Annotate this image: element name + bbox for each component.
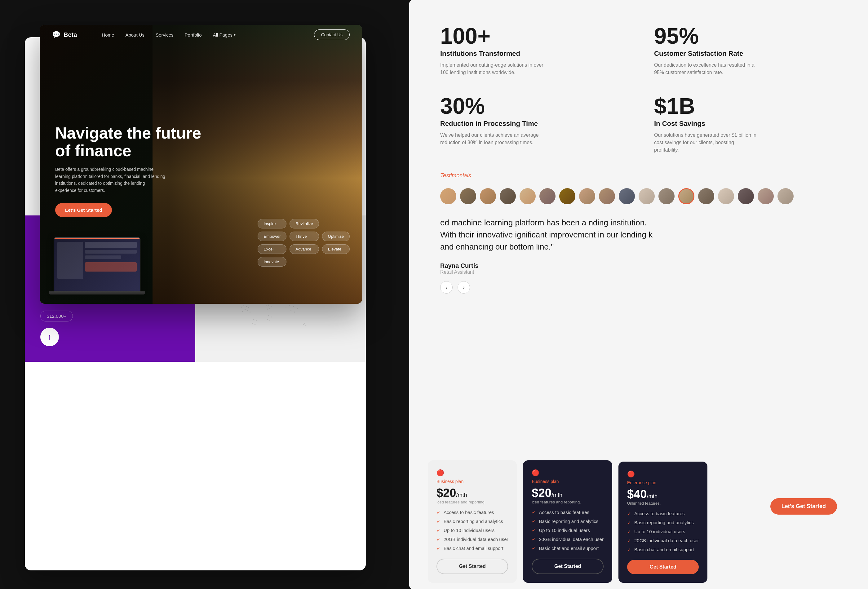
pricing-name-basic: Business plan <box>437 479 508 484</box>
testimonial-block: ed machine learning platform has been a … <box>409 217 868 294</box>
avatar[interactable] <box>520 188 536 204</box>
hero-content: Navigate the future of finance Beta offe… <box>55 124 210 217</box>
avatar[interactable] <box>778 188 794 204</box>
svg-rect-10 <box>271 306 272 307</box>
svg-rect-13 <box>268 315 269 316</box>
avatar[interactable] <box>678 188 694 204</box>
pricing-icon-basic: 🔴 <box>437 469 508 477</box>
svg-rect-20 <box>297 308 298 309</box>
nav-portfolio[interactable]: Portfolio <box>185 32 202 37</box>
avatar[interactable] <box>539 188 555 204</box>
hero-nav: 💬 Beta Home About Us Services Portfolio … <box>40 25 362 45</box>
feature-item: ✓ 20GB individual data each user <box>627 537 699 543</box>
pricing-desc-basic: iced features and reporting. <box>437 500 508 504</box>
avatar[interactable] <box>698 188 714 204</box>
svg-rect-11 <box>269 308 270 309</box>
nav-about[interactable]: About Us <box>125 32 145 37</box>
avatar[interactable] <box>599 188 615 204</box>
tag-empower: Empower <box>258 232 286 241</box>
avatar[interactable] <box>559 188 575 204</box>
nav-home[interactable]: Home <box>102 32 114 37</box>
feature-item: ✓ Access to basic features <box>627 511 699 517</box>
back-card: 100+ Institutions Transformed Implemente… <box>409 0 868 589</box>
svg-rect-17 <box>285 307 286 307</box>
stat-desc-4: Our solutions have generated over $1 bil… <box>654 131 760 154</box>
get-started-basic-button[interactable]: Get Started <box>437 559 508 574</box>
laptop-screen <box>54 237 140 291</box>
logo-icon: 💬 <box>52 31 61 39</box>
nav-all-pages[interactable]: All Pages ▾ <box>213 32 236 37</box>
stat-label-2: Customer Satisfaction Rate <box>654 50 843 58</box>
svg-rect-16 <box>267 319 268 320</box>
avatar[interactable] <box>718 188 734 204</box>
avatar[interactable] <box>440 188 456 204</box>
next-arrow-button[interactable]: › <box>458 281 470 294</box>
world-map-svg <box>211 297 350 346</box>
prev-arrow-button[interactable]: ‹ <box>440 281 453 294</box>
get-started-business-button[interactable]: Get Started <box>531 559 603 574</box>
pricing-card-business: 🔴 Business plan $20/mth iced features an… <box>523 461 612 583</box>
tag-excel: Excel <box>258 244 286 254</box>
avatar[interactable] <box>758 188 774 204</box>
feature-item: ✓ Basic reporting and analytics <box>531 518 603 524</box>
stat-satisfaction: 95% Customer Satisfaction Rate Our dedic… <box>654 25 843 76</box>
svg-rect-25 <box>304 323 305 324</box>
avatar[interactable] <box>619 188 635 204</box>
get-started-enterprise-button[interactable]: Get Started <box>627 560 699 574</box>
testimonial-role: Retail Assistant <box>440 269 837 275</box>
avatar[interactable] <box>658 188 675 204</box>
svg-rect-3 <box>248 307 249 308</box>
pricing-icon-business: 🔴 <box>531 469 603 477</box>
tag-pills-container: Inspire Revitalize Empower Thrive Optimi… <box>258 219 350 267</box>
svg-rect-0 <box>241 307 242 307</box>
feature-list-basic: ✓ Access to basic features ✓ Basic repor… <box>437 509 508 551</box>
laptop-screen-content <box>54 239 140 282</box>
svg-rect-2 <box>246 306 247 307</box>
svg-rect-18 <box>289 306 290 306</box>
pricing-icon-enterprise: 🔴 <box>627 470 699 478</box>
svg-rect-28 <box>254 324 255 325</box>
avatar[interactable] <box>639 188 655 204</box>
stat-desc-3: We've helped our clients achieve an aver… <box>440 131 546 146</box>
avatar[interactable] <box>738 188 754 204</box>
avatar-grid <box>409 188 868 204</box>
feature-item: ✓ Access to basic features <box>531 509 603 515</box>
scene: 100+ Institutions Transformed Implemente… <box>0 0 868 589</box>
pricing-desc-enterprise: Unlimited features. <box>627 501 699 506</box>
avatar[interactable] <box>579 188 595 204</box>
svg-rect-29 <box>252 323 253 324</box>
all-pages-label: All Pages <box>213 32 232 37</box>
avatar[interactable] <box>500 188 516 204</box>
pricing-desc-business: iced features and reporting. <box>531 500 603 504</box>
pricing-card-basic: 🔴 Business plan $20/mth iced features an… <box>428 461 517 583</box>
svg-rect-26 <box>253 319 254 320</box>
hero-cta-button[interactable]: Let's Get Started <box>55 203 112 217</box>
feature-list-business: ✓ Access to basic features ✓ Basic repor… <box>531 509 603 551</box>
svg-rect-1 <box>244 306 244 306</box>
svg-rect-5 <box>247 310 248 311</box>
hero-subtitle: Beta offers a groundbreaking cloud-based… <box>55 166 167 194</box>
svg-rect-23 <box>303 324 304 325</box>
front-card: 💬 Beta Home About Us Services Portfolio … <box>40 25 362 304</box>
stat-label-1: Institutions Transformed <box>440 50 629 58</box>
stat-processing: 30% Reduction in Processing Time We've h… <box>440 95 629 154</box>
avatar[interactable] <box>460 188 476 204</box>
stat-number-1: 100+ <box>440 25 629 47</box>
world-map <box>211 297 350 346</box>
laptop-main <box>85 242 137 279</box>
hero-title: Navigate the future of finance <box>55 124 210 159</box>
contact-us-button[interactable]: Contact Us <box>314 30 350 40</box>
stat-desc-1: Implemented our cutting-edge solutions i… <box>440 61 546 76</box>
svg-rect-4 <box>245 309 245 310</box>
avatar[interactable] <box>480 188 496 204</box>
nav-services[interactable]: Services <box>156 32 174 37</box>
stat-institutions: 100+ Institutions Transformed Implemente… <box>440 25 629 76</box>
svg-rect-7 <box>249 311 251 313</box>
pricing-price-enterprise: $40/mth <box>627 488 699 501</box>
svg-rect-24 <box>306 325 306 326</box>
svg-rect-19 <box>293 306 294 307</box>
laptop-chart <box>85 262 137 272</box>
map-dots <box>241 305 306 326</box>
laptop-row <box>85 255 121 259</box>
stat-number-3: 30% <box>440 95 629 117</box>
